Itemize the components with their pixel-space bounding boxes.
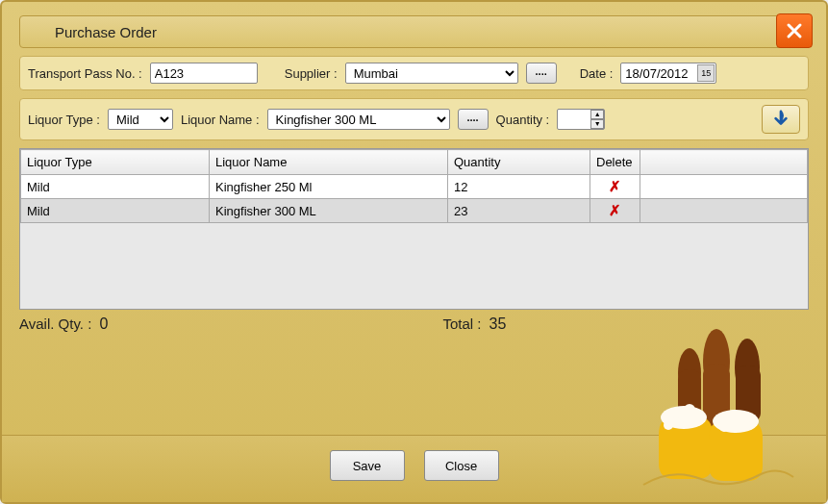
page-title: Purchase Order xyxy=(55,24,157,40)
spinner-up-icon[interactable]: ▲ xyxy=(590,110,604,119)
svg-point-8 xyxy=(664,420,673,430)
calendar-icon[interactable]: 15 xyxy=(697,64,715,82)
quantity-stepper[interactable]: ▲ ▼ xyxy=(590,110,604,129)
table-header-row: Liquor Type Liquor Name Quantity Delete xyxy=(21,150,808,175)
save-button[interactable]: Save xyxy=(330,450,405,481)
header-panel: Transport Pass No. : Supplier : Mumbai .… xyxy=(19,56,809,90)
cell-qty: 23 xyxy=(448,199,590,223)
supplier-browse-button[interactable]: .... xyxy=(526,63,557,84)
svg-point-12 xyxy=(719,422,729,432)
transport-input[interactable] xyxy=(150,63,258,84)
supplier-label: Supplier : xyxy=(285,66,338,81)
delete-icon[interactable]: ✗ xyxy=(609,178,621,194)
svg-point-10 xyxy=(684,404,695,416)
button-bar: Save Close xyxy=(2,450,826,481)
delete-icon[interactable]: ✗ xyxy=(609,202,621,218)
svg-point-14 xyxy=(742,413,752,422)
cell-name: Kingfisher 300 ML xyxy=(210,199,448,223)
spinner-down-icon[interactable]: ▼ xyxy=(590,119,604,129)
cell-delete[interactable]: ✗ xyxy=(590,175,640,199)
table-row[interactable]: Mild Kingfisher 250 Ml 12 ✗ xyxy=(21,175,808,199)
svg-point-13 xyxy=(728,410,740,421)
cell-spacer xyxy=(640,199,808,223)
liquor-type-label: Liquor Type : xyxy=(28,113,100,127)
close-button[interactable]: Close xyxy=(424,450,499,481)
cell-delete[interactable]: ✗ xyxy=(590,199,640,223)
filter-panel: Liquor Type : Mild Liquor Name : Kingfis… xyxy=(19,98,809,140)
supplier-select[interactable]: Mumbai xyxy=(345,63,518,84)
col-delete[interactable]: Delete xyxy=(590,150,640,175)
close-window-button[interactable] xyxy=(776,13,813,48)
quantity-label: Quantity : xyxy=(496,113,550,127)
purchase-order-window: Purchase Order Transport Pass No. : Supp… xyxy=(0,0,828,504)
cell-qty: 12 xyxy=(448,175,590,199)
down-arrow-icon xyxy=(772,110,790,129)
col-liquor-type[interactable]: Liquor Type xyxy=(21,150,210,175)
col-liquor-name[interactable]: Liquor Name xyxy=(210,150,448,175)
cell-name: Kingfisher 250 Ml xyxy=(210,175,448,199)
liquor-name-label: Liquor Name : xyxy=(181,113,260,127)
titlebar: Purchase Order xyxy=(19,15,809,48)
total-value: 35 xyxy=(489,315,507,332)
date-label: Date : xyxy=(580,66,614,81)
close-icon xyxy=(785,21,804,40)
add-item-button[interactable] xyxy=(762,105,800,134)
svg-point-9 xyxy=(671,409,681,418)
col-spacer xyxy=(640,150,808,175)
transport-label: Transport Pass No. : xyxy=(28,66,142,81)
avail-label: Avail. Qty. : xyxy=(19,315,91,332)
cell-type: Mild xyxy=(21,199,210,223)
svg-point-11 xyxy=(692,413,702,422)
total-label: Total : xyxy=(442,315,481,332)
avail-value: 0 xyxy=(99,315,108,332)
liquor-type-select[interactable]: Mild xyxy=(108,109,173,130)
liquor-name-select[interactable]: Kingfisher 300 ML xyxy=(267,109,450,130)
col-quantity[interactable]: Quantity xyxy=(448,150,590,175)
table-row[interactable]: Mild Kingfisher 300 ML 23 ✗ xyxy=(21,199,808,223)
items-grid: Liquor Type Liquor Name Quantity Delete … xyxy=(19,148,809,310)
liquor-browse-button[interactable]: .... xyxy=(458,109,489,130)
cell-type: Mild xyxy=(21,175,210,199)
cell-spacer xyxy=(640,175,808,199)
